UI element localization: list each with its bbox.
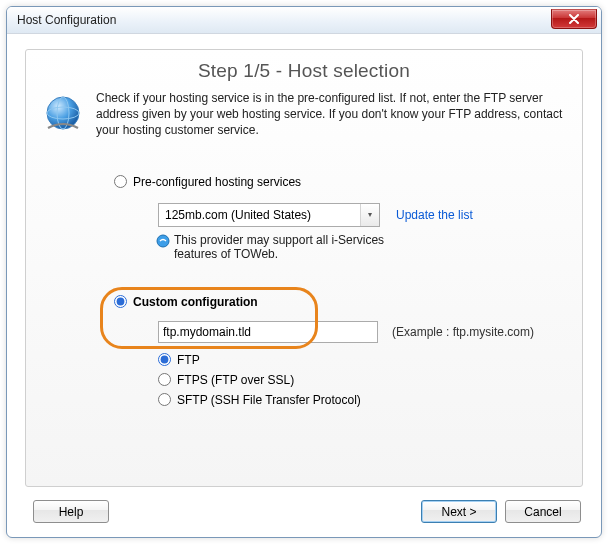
provider-note: This provider may support all i-Services…: [156, 233, 582, 261]
help-button[interactable]: Help: [33, 500, 109, 523]
protocol-ftps-radio[interactable]: [158, 373, 171, 386]
intro-block: Check if your hosting service is in the …: [26, 82, 582, 139]
intro-text: Check if your hosting service is in the …: [96, 90, 564, 139]
protocol-sftp-radio[interactable]: [158, 393, 171, 406]
step-title: Step 1/5 - Host selection: [26, 60, 582, 82]
protocol-sftp-label: SFTP (SSH File Transfer Protocol): [177, 393, 361, 407]
custom-config-radio[interactable]: [114, 295, 127, 308]
preconfig-radio[interactable]: [114, 175, 127, 188]
custom-config-label: Custom configuration: [133, 295, 258, 309]
info-icon: [156, 234, 170, 248]
close-icon: [568, 14, 580, 24]
titlebar: Host Configuration: [7, 7, 601, 34]
hosting-service-combo[interactable]: 125mb.com (United States) ▾: [158, 203, 380, 227]
protocol-ftp-label: FTP: [177, 353, 200, 367]
host-address-input[interactable]: [158, 321, 378, 343]
globe-icon: [40, 92, 86, 138]
close-button[interactable]: [551, 9, 597, 29]
button-row: Help Next > Cancel: [25, 500, 581, 523]
cancel-button[interactable]: Cancel: [505, 500, 581, 523]
next-button[interactable]: Next >: [421, 500, 497, 523]
chevron-down-icon: ▾: [360, 204, 379, 226]
hosting-service-selected: 125mb.com (United States): [159, 208, 311, 222]
protocol-ftps-label: FTPS (FTP over SSL): [177, 373, 294, 387]
dialog-window: Host Configuration Step 1/5 - Host selec…: [6, 6, 602, 538]
host-example-text: (Example : ftp.mysite.com): [392, 325, 534, 339]
svg-point-3: [157, 235, 169, 247]
update-list-link[interactable]: Update the list: [396, 208, 473, 222]
content-panel: Step 1/5 - Host selection: [25, 49, 583, 487]
provider-note-text: This provider may support all i-Services…: [174, 233, 404, 261]
window-title: Host Configuration: [17, 13, 116, 27]
protocol-ftp-radio[interactable]: [158, 353, 171, 366]
preconfig-label: Pre-configured hosting services: [133, 175, 301, 189]
